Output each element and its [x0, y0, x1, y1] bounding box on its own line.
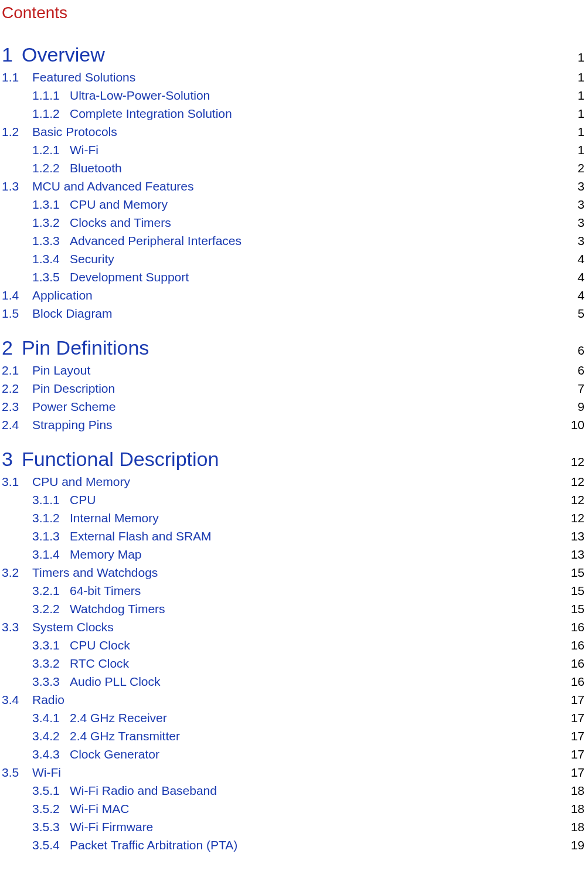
- toc-section-row[interactable]: 3.3System Clocks16: [2, 618, 586, 636]
- toc-subsection-title: Memory Map: [70, 547, 571, 562]
- toc-chapter-number: 3: [2, 448, 22, 471]
- toc-subsection-row[interactable]: 3.1.4Memory Map13: [2, 545, 586, 563]
- toc-section-row[interactable]: 2.3Power Scheme9: [2, 397, 586, 416]
- toc-subsection-row[interactable]: 1.2.2Bluetooth2: [2, 159, 586, 177]
- toc-subsection-row[interactable]: 3.3.3Audio PLL Clock16: [2, 672, 586, 690]
- toc-section-page: 9: [577, 400, 586, 414]
- toc-section-row[interactable]: 2.2Pin Description7: [2, 379, 586, 397]
- toc-subsection-row[interactable]: 3.5.2Wi-Fi MAC18: [2, 800, 586, 818]
- toc-section-number: 3.5: [2, 766, 32, 780]
- toc-subsection-row[interactable]: 3.1.1CPU12: [2, 491, 586, 509]
- toc-section-row[interactable]: 3.4Radio17: [2, 690, 586, 709]
- toc-section-row[interactable]: 3.5Wi-Fi17: [2, 763, 586, 781]
- toc-subsection-row[interactable]: 3.1.3External Flash and SRAM13: [2, 527, 586, 545]
- toc-subsection-title: Security: [70, 252, 577, 266]
- toc-subsection-number: 3.3.2: [32, 657, 70, 671]
- toc-subsection-row[interactable]: 3.5.3Wi-Fi Firmware18: [2, 818, 586, 836]
- toc-subsection-number: 3.1.3: [32, 529, 70, 543]
- toc-subsection-row[interactable]: 1.2.1Wi-Fi1: [2, 141, 586, 159]
- toc-subsection-page: 1: [577, 89, 586, 103]
- toc-section-title: Application: [32, 288, 577, 302]
- toc-subsection-row[interactable]: 3.3.1CPU Clock16: [2, 636, 586, 654]
- toc-section-row[interactable]: 1.5Block Diagram5: [2, 304, 586, 322]
- toc-section-number: 2.4: [2, 418, 32, 432]
- toc-section-page: 1: [577, 70, 586, 84]
- toc-subsection-row[interactable]: 3.1.2Internal Memory12: [2, 509, 586, 527]
- toc-section-number: 2.3: [2, 400, 32, 414]
- toc-chapter-page: 1: [577, 50, 586, 64]
- toc-subsection-row[interactable]: 1.1.1Ultra-Low-Power-Solution1: [2, 86, 586, 104]
- toc-chapter-row[interactable]: 1Overview1: [2, 41, 586, 68]
- toc-subsection-row[interactable]: 1.3.1CPU and Memory3: [2, 195, 586, 213]
- toc-subsection-number: 3.5.2: [32, 802, 70, 816]
- toc-subsection-title: CPU: [70, 493, 571, 507]
- toc-section-page: 4: [577, 288, 586, 302]
- toc-subsection-title: Wi-Fi MAC: [70, 802, 571, 816]
- toc-section-title: Power Scheme: [32, 400, 577, 414]
- toc-section-row[interactable]: 1.4Application4: [2, 286, 586, 304]
- toc-chapter-page: 6: [577, 343, 586, 358]
- toc-subsection-row[interactable]: 1.3.3Advanced Peripheral Interfaces3: [2, 232, 586, 250]
- toc-subsection-title: RTC Clock: [70, 657, 571, 671]
- toc-subsection-title: 2.4 GHz Receiver: [70, 711, 571, 725]
- toc-section-number: 1.2: [2, 125, 32, 139]
- toc-chapter-row[interactable]: 2Pin Definitions6: [2, 334, 586, 361]
- toc-section-row[interactable]: 1.3MCU and Advanced Features3: [2, 177, 586, 195]
- toc-subsection-title: Internal Memory: [70, 511, 571, 525]
- toc-subsection-number: 3.4.2: [32, 729, 70, 743]
- toc-section-title: Wi-Fi: [32, 766, 571, 780]
- toc-subsection-number: 1.2.2: [32, 161, 70, 175]
- toc-section-row[interactable]: 1.2Basic Protocols1: [2, 123, 586, 141]
- toc-section-page: 6: [577, 363, 586, 377]
- toc-section-page: 5: [577, 307, 586, 321]
- toc-subsection-page: 19: [571, 838, 586, 852]
- toc-section-page: 3: [577, 179, 586, 193]
- toc-subsection-title: Packet Traffic Arbitration (PTA): [70, 838, 571, 852]
- toc-subsection-title: 64-bit Timers: [70, 584, 571, 598]
- contents-heading: Contents: [2, 0, 586, 41]
- toc-subsection-title: 2.4 GHz Transmitter: [70, 729, 571, 743]
- toc-subsection-page: 2: [577, 161, 586, 175]
- toc-chapter-title: Overview: [22, 43, 577, 66]
- toc-subsection-page: 18: [571, 820, 586, 834]
- toc-section-row[interactable]: 3.2Timers and Watchdogs15: [2, 563, 586, 581]
- toc-subsection-page: 18: [571, 802, 586, 816]
- toc-subsection-row[interactable]: 3.4.3Clock Generator17: [2, 745, 586, 763]
- toc-chapter-block: 2Pin Definitions62.1Pin Layout62.2Pin De…: [2, 334, 586, 434]
- toc-subsection-row[interactable]: 3.4.22.4 GHz Transmitter17: [2, 727, 586, 745]
- toc-subsection-row[interactable]: 3.5.4Packet Traffic Arbitration (PTA)19: [2, 836, 586, 854]
- toc-subsection-title: Wi-Fi Firmware: [70, 820, 571, 834]
- toc-subsection-row[interactable]: 3.3.2RTC Clock16: [2, 654, 586, 672]
- toc-subsection-row[interactable]: 1.3.4Security4: [2, 250, 586, 268]
- toc-subsection-row[interactable]: 1.3.5Development Support4: [2, 268, 586, 286]
- toc-chapter-block: 1Overview11.1Featured Solutions11.1.1Ult…: [2, 41, 586, 322]
- toc-subsection-row[interactable]: 1.3.2Clocks and Timers3: [2, 213, 586, 232]
- toc-section-page: 7: [577, 382, 586, 396]
- toc-subsection-title: Clocks and Timers: [70, 216, 577, 230]
- toc-section-number: 3.2: [2, 566, 32, 580]
- toc-section-title: Radio: [32, 693, 571, 707]
- toc-section-number: 3.4: [2, 693, 32, 707]
- toc-subsection-row[interactable]: 3.5.1Wi-Fi Radio and Baseband18: [2, 781, 586, 800]
- toc-subsection-number: 3.1.4: [32, 547, 70, 562]
- toc-subsection-row[interactable]: 3.2.2Watchdog Timers15: [2, 600, 586, 618]
- toc-subsection-number: 3.2.2: [32, 602, 70, 616]
- toc-subsection-title: Wi-Fi: [70, 143, 577, 157]
- toc-subsection-row[interactable]: 1.1.2Complete Integration Solution1: [2, 104, 586, 123]
- toc-subsection-number: 1.1.2: [32, 107, 70, 121]
- toc-section-title: Basic Protocols: [32, 125, 577, 139]
- toc-section-row[interactable]: 1.1Featured Solutions1: [2, 68, 586, 86]
- toc-section-row[interactable]: 2.1Pin Layout6: [2, 361, 586, 379]
- toc-section-row[interactable]: 2.4Strapping Pins10: [2, 416, 586, 434]
- toc-section-row[interactable]: 3.1CPU and Memory12: [2, 472, 586, 491]
- toc-subsection-row[interactable]: 3.4.12.4 GHz Receiver17: [2, 709, 586, 727]
- toc-section-title: CPU and Memory: [32, 475, 571, 489]
- toc-section-title: Strapping Pins: [32, 418, 571, 432]
- toc-subsection-row[interactable]: 3.2.164-bit Timers15: [2, 581, 586, 600]
- toc-chapter-row[interactable]: 3Functional Description12: [2, 445, 586, 472]
- toc-section-title: Timers and Watchdogs: [32, 566, 571, 580]
- toc-subsection-page: 12: [571, 493, 586, 507]
- toc-subsection-title: Development Support: [70, 270, 577, 284]
- toc-subsection-page: 16: [571, 675, 586, 689]
- toc-chapter-page: 12: [571, 455, 586, 469]
